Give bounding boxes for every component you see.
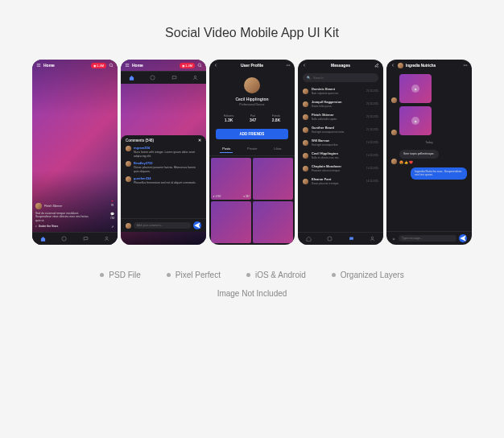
grid-item[interactable]: 👁 4762♥ 367 — [211, 158, 251, 200]
back-icon[interactable] — [213, 63, 218, 68]
comment-item[interactable]: Bradley2733Donec placerat posuere lacini… — [126, 161, 201, 173]
footnote: Image Not Included — [0, 289, 504, 314]
emoji-icon[interactable]: ☺ — [391, 236, 396, 241]
nav-home-icon[interactable] — [306, 236, 312, 242]
msg-avatar — [303, 127, 308, 133]
comment-action[interactable]: 💬743 — [110, 212, 114, 220]
like-action[interactable]: ♥7K — [111, 199, 114, 207]
stat-followers[interactable]: Followers1.3K — [224, 114, 234, 122]
feature-layers: Organized Layers — [332, 271, 404, 279]
phone-chat: Ingredia Nutricha ▶ ▶ Today Sem turpis p… — [386, 60, 472, 245]
chat-day-divider: Today — [391, 141, 467, 144]
phone-messages: Messages 🔍 Search Dominic EmentNam vulpu… — [298, 60, 383, 245]
message-item[interactable]: Cecil HipplingtonNulla et ultricies eros… — [298, 149, 383, 162]
chat-reactions[interactable]: 😍 👍 ❤️ — [399, 160, 439, 164]
chat-body[interactable]: ▶ ▶ Today Sem turpis pellentesque. 😍 👍 ❤… — [386, 71, 472, 231]
my-avatar — [126, 223, 131, 229]
chat-input[interactable] — [399, 235, 456, 242]
comment-input[interactable] — [134, 222, 191, 229]
message-list[interactable]: Dominic EmentNam vulputate quam nec.23.1… — [298, 85, 383, 232]
nav-chat-icon[interactable] — [83, 236, 89, 242]
grid-item[interactable] — [211, 201, 251, 243]
message-item[interactable]: Eleanor FantDonec placerat in tempor.18.… — [298, 175, 383, 188]
add-friends-button[interactable]: ADD FRIENDS — [216, 129, 288, 139]
send-button[interactable] — [193, 221, 201, 229]
chat-video-msg[interactable]: ▶ — [399, 106, 432, 135]
feed-username[interactable]: Fletch Skinner — [44, 205, 62, 209]
comment-avatar[interactable] — [126, 161, 131, 167]
back-icon[interactable] — [302, 63, 307, 68]
message-item[interactable]: Will BarrowSed eget consequat don.19.10.… — [298, 136, 383, 149]
svg-point-12 — [465, 65, 466, 66]
live-badge[interactable]: ◉ 1.4M — [91, 63, 106, 68]
feature-pixel: Pixel Perfect — [167, 271, 221, 279]
profile-stats: Followers1.3K Post347 Friends2.8K — [209, 111, 295, 126]
nav-discover-icon[interactable] — [150, 75, 155, 81]
stat-posts[interactable]: Post347 — [250, 114, 256, 122]
phone-profile: User Profile Cecil Hipplington Professio… — [209, 60, 295, 245]
chat-peer-avatar[interactable] — [398, 63, 403, 68]
nav-chat-icon[interactable] — [171, 75, 177, 81]
message-item[interactable]: Chaplain MondoverPraesent rutrum in temp… — [298, 162, 383, 175]
svg-point-5 — [195, 76, 196, 77]
feed-title: Home — [43, 63, 55, 68]
more-icon[interactable] — [463, 63, 468, 68]
nav-chat-icon[interactable] — [349, 236, 354, 242]
chat-video-msg[interactable]: ▶ — [399, 74, 432, 103]
feed-description: Sed do eiusmod tempor incididunt. Suspen… — [35, 212, 92, 223]
svg-point-6 — [287, 65, 287, 66]
message-item[interactable]: Dominic EmentNam vulputate quam nec.23.1… — [298, 85, 383, 97]
feature-psd: PSD File — [100, 271, 140, 279]
compose-icon[interactable] — [374, 63, 379, 68]
grid-item[interactable] — [253, 158, 293, 200]
chat-peer-name[interactable]: Ingredia Nutricha — [406, 64, 436, 68]
comment-item[interactable]: mgram204Nunc lorem velit integer. Lorem … — [126, 146, 201, 158]
profile-avatar[interactable] — [244, 77, 260, 93]
messages-header: Messages — [331, 63, 350, 68]
nav-profile-icon[interactable] — [104, 236, 109, 242]
message-item[interactable]: Jonquil HaggerstonDonec tellus purus.23.… — [298, 97, 383, 110]
svg-point-11 — [464, 65, 465, 66]
play-icon[interactable]: ▶ — [411, 85, 419, 93]
feed-music[interactable]: ♪ Under the Stars — [35, 225, 110, 229]
comment-avatar[interactable] — [126, 146, 131, 151]
tab-likes[interactable]: Likes — [271, 145, 283, 153]
nav-home-icon[interactable] — [40, 236, 46, 242]
play-icon[interactable]: ▶ — [411, 117, 419, 125]
stat-friends[interactable]: Friends2.8K — [272, 114, 281, 122]
message-item[interactable]: Gunther BeardSed eget consequat non tort… — [298, 123, 383, 136]
search-bar[interactable]: 🔍 Search — [303, 73, 378, 82]
search-icon[interactable] — [197, 63, 202, 68]
feed-avatar[interactable] — [35, 203, 42, 209]
chat-bubble-in[interactable]: Sem turpis pellentesque. — [399, 150, 439, 159]
message-item[interactable]: Fletch SkinnerNulla sollicitudin sapien.… — [298, 110, 383, 123]
search-icon[interactable] — [109, 63, 114, 68]
grid-item[interactable] — [253, 201, 293, 243]
menu-icon[interactable] — [36, 63, 41, 68]
nav-profile-icon[interactable] — [192, 75, 198, 81]
comment-item[interactable]: gunther234Phasellus fermentum sed est id… — [126, 176, 201, 185]
send-button[interactable] — [459, 234, 467, 242]
search-icon: 🔍 — [307, 76, 311, 80]
svg-point-7 — [287, 65, 288, 66]
msg-avatar — [303, 140, 308, 146]
comment-avatar[interactable] — [126, 176, 131, 182]
back-icon[interactable] — [390, 63, 395, 68]
menu-icon[interactable] — [125, 63, 130, 68]
nav-home-icon[interactable] — [129, 75, 134, 81]
share-action[interactable]: ↗ — [111, 225, 114, 229]
nav-profile-icon[interactable] — [370, 236, 375, 242]
feed-header: Home ◉ 1.4M — [32, 60, 118, 71]
comments-panel: Comments (548) ✕ mgram204Nunc lorem veli… — [121, 135, 206, 232]
comment-list[interactable]: mgram204Nunc lorem velit integer. Lorem … — [121, 146, 206, 218]
nav-discover-icon[interactable] — [327, 236, 333, 242]
tab-posts[interactable]: Posts — [220, 145, 233, 153]
chat-bubble-out[interactable]: Ingredia Nutricha susc. Suspesndisse nec… — [411, 167, 467, 180]
msg-avatar — [303, 153, 308, 159]
svg-point-1 — [62, 237, 66, 241]
tab-private[interactable]: Private — [245, 145, 259, 153]
live-badge[interactable]: ◉ 1.4M — [180, 63, 195, 68]
nav-discover-icon[interactable] — [61, 236, 67, 242]
close-icon[interactable]: ✕ — [198, 138, 201, 143]
more-icon[interactable] — [286, 63, 291, 68]
